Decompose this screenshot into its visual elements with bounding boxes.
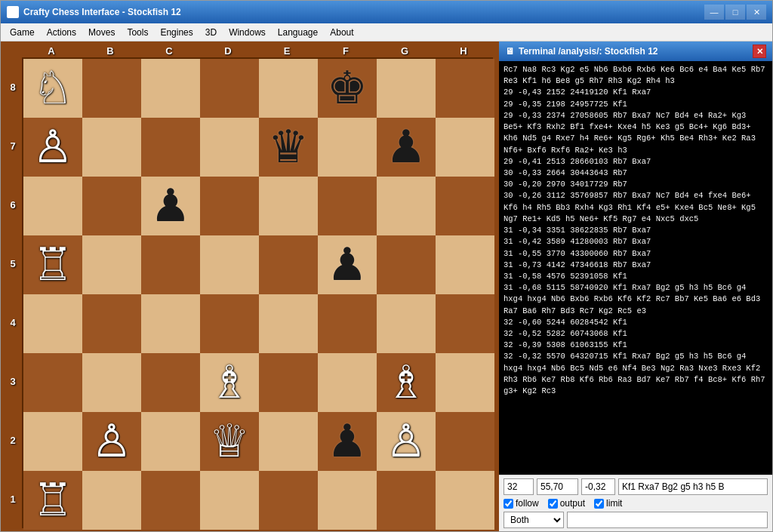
menu-windows[interactable]: Windows [223,26,272,39]
square-e4[interactable] [259,294,318,353]
square-g5[interactable] [377,235,436,294]
square-a7[interactable]: ♙ [23,118,82,177]
white-piece-a1[interactable]: ♖ [32,478,73,523]
white-piece-b2[interactable]: ♙ [91,419,132,464]
square-f6[interactable] [318,177,377,235]
square-h8[interactable] [436,59,494,118]
square-b1[interactable] [82,471,141,530]
square-h3[interactable] [436,353,494,412]
square-e6[interactable] [259,177,318,235]
square-e8[interactable] [259,59,318,118]
square-h5[interactable] [436,235,494,294]
limit-checkbox[interactable] [594,499,604,509]
square-a6[interactable] [23,177,82,235]
square-h2[interactable] [436,412,494,471]
square-b7[interactable] [82,118,141,177]
black-piece-f8[interactable]: ♚ [327,66,368,111]
square-a4[interactable] [23,294,82,353]
menu-engines[interactable]: Engines [154,26,199,39]
square-b3[interactable] [82,353,141,412]
maximize-button[interactable]: □ [725,5,745,20]
move-input[interactable] [618,478,768,495]
panel-close-button[interactable]: ✕ [753,45,766,58]
square-c6[interactable]: ♟ [141,177,200,235]
square-c1[interactable] [141,471,200,530]
menu-actions[interactable]: Actions [41,26,82,39]
square-h7[interactable] [436,118,494,177]
square-c5[interactable] [141,235,200,294]
analysis-output[interactable]: Rc7 Na8 Rc3 Kg2 e5 Nb6 Bxb6 Rxb6 Ke6 Bc6… [499,61,772,475]
square-e3[interactable] [259,353,318,412]
square-e5[interactable] [259,235,318,294]
square-f3[interactable] [318,353,377,412]
menu-about[interactable]: About [324,26,359,39]
square-f1[interactable] [318,471,377,530]
square-d5[interactable] [200,235,259,294]
black-piece-e7[interactable]: ♛ [268,125,309,170]
menu-game[interactable]: Game [4,26,41,39]
square-d6[interactable] [200,177,259,235]
limit-label[interactable]: limit [606,498,622,509]
square-f5[interactable]: ♟ [318,235,377,294]
square-e2[interactable] [259,412,318,471]
output-label[interactable]: output [560,498,585,509]
square-c7[interactable] [141,118,200,177]
square-b5[interactable] [82,235,141,294]
square-g6[interactable] [377,177,436,235]
menu-3d[interactable]: 3D [199,26,223,39]
white-piece-g3[interactable]: ♗ [386,360,427,405]
square-a2[interactable] [23,412,82,471]
square-f8[interactable]: ♚ [318,59,377,118]
square-b2[interactable]: ♙ [82,412,141,471]
square-c8[interactable] [141,59,200,118]
square-b4[interactable] [82,294,141,353]
follow-checkbox[interactable] [504,499,513,509]
square-g2[interactable]: ♙ [377,412,436,471]
square-f7[interactable] [318,118,377,177]
square-f4[interactable] [318,294,377,353]
white-piece-a5[interactable]: ♖ [32,242,73,288]
square-e1[interactable] [259,471,318,530]
square-c2[interactable] [141,412,200,471]
menu-moves[interactable]: Moves [82,26,121,39]
chessboard[interactable]: ♘♚♙♛♟♟♖♟♗♗♙♕♟♙♖ [22,57,493,528]
output-checkbox[interactable] [548,499,558,509]
score-input[interactable] [581,478,615,495]
square-a8[interactable]: ♘ [23,59,82,118]
black-piece-f5[interactable]: ♟ [327,242,368,288]
square-g3[interactable]: ♗ [377,353,436,412]
square-f2[interactable]: ♟ [318,412,377,471]
coords-input[interactable] [537,478,578,495]
square-g4[interactable] [377,294,436,353]
square-d7[interactable] [200,118,259,177]
extra-text-field[interactable] [567,512,768,528]
square-g1[interactable] [377,471,436,530]
follow-label[interactable]: follow [516,498,539,509]
square-c3[interactable] [141,353,200,412]
close-button[interactable]: ✕ [747,5,766,20]
square-b6[interactable] [82,177,141,235]
both-select[interactable]: Both White Black [504,512,564,528]
square-d4[interactable] [200,294,259,353]
depth-input[interactable] [504,478,534,495]
minimize-button[interactable]: — [704,5,724,20]
square-a3[interactable] [23,353,82,412]
square-a1[interactable]: ♖ [23,471,82,530]
white-piece-d3[interactable]: ♗ [209,360,250,405]
black-piece-f2[interactable]: ♟ [327,419,368,464]
square-d8[interactable] [200,59,259,118]
square-h6[interactable] [436,177,494,235]
square-a5[interactable]: ♖ [23,235,82,294]
square-d2[interactable]: ♕ [200,412,259,471]
square-c4[interactable] [141,294,200,353]
square-d3[interactable]: ♗ [200,353,259,412]
square-b8[interactable] [82,59,141,118]
black-piece-g7[interactable]: ♟ [386,125,427,170]
black-piece-c6[interactable]: ♟ [150,183,191,229]
square-g8[interactable] [377,59,436,118]
white-piece-a8[interactable]: ♘ [32,66,73,111]
menu-language[interactable]: Language [272,26,324,39]
square-g7[interactable]: ♟ [377,118,436,177]
white-piece-d2[interactable]: ♕ [209,419,250,464]
square-e7[interactable]: ♛ [259,118,318,177]
